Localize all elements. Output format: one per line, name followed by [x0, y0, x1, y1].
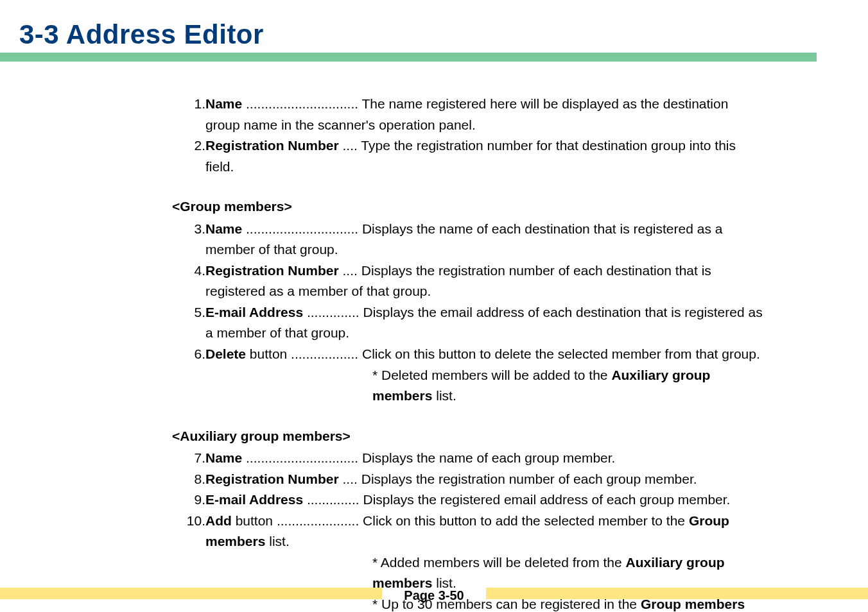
item-label: Name — [205, 221, 242, 236]
list-item: 10. Add button ...................... Cl… — [180, 511, 765, 552]
item-label: Name — [205, 450, 242, 465]
leader-dots: .............. — [303, 305, 363, 319]
item-text: E-mail Address .............. Displays t… — [205, 302, 765, 344]
list-item: 7. Name .............................. D… — [180, 448, 765, 469]
item-label-suffix: button — [232, 513, 273, 528]
list-item: 6. Delete button .................. Clic… — [180, 344, 765, 365]
item-number: 10. — [180, 511, 205, 552]
page-number: Page 3-50 — [0, 588, 868, 603]
leader-dots: .............................. — [242, 450, 362, 465]
list-item: 9. E-mail Address .............. Display… — [180, 489, 765, 511]
item-text: Delete button .................. Click o… — [205, 344, 760, 365]
item-desc: Displays the registration number of each… — [361, 472, 697, 486]
document-page: 3-3 Address Editor 1. Name .............… — [0, 0, 868, 612]
item-label: Delete — [205, 346, 246, 361]
item-number: 6. — [180, 344, 205, 365]
item-desc: Displays the name of each group member. — [362, 450, 616, 465]
section-heading-aux: <Auxiliary group members> — [172, 426, 765, 447]
item-number: 9. — [180, 489, 205, 511]
leader-dots: ...................... — [273, 513, 363, 528]
list-item: 5. E-mail Address .............. Display… — [180, 302, 765, 344]
item-number: 5. — [180, 302, 205, 344]
item-number: 7. — [180, 448, 205, 469]
item-number: 1. — [180, 94, 205, 135]
title-underline-bar — [0, 53, 817, 62]
item-text: Registration Number .... Type the regist… — [205, 135, 765, 177]
item-text: Registration Number .... Displays the re… — [205, 260, 765, 302]
list-item: 1. Name .............................. T… — [180, 94, 765, 135]
list-item: 2. Registration Number .... Type the reg… — [180, 135, 765, 177]
item-number: 3. — [180, 219, 205, 260]
item-label: Add — [205, 513, 232, 528]
note-prefix: * Added members will be deleted from the — [372, 555, 626, 570]
item-label: E-mail Address — [205, 305, 303, 319]
page-title: 3-3 Address Editor — [19, 19, 264, 50]
item-text: E-mail Address .............. Displays t… — [205, 489, 730, 511]
item-number: 8. — [180, 469, 205, 490]
item-text: Name .............................. Disp… — [205, 219, 765, 260]
item-label: Name — [205, 96, 242, 111]
leader-dots: .............. — [303, 492, 363, 507]
list-item: 4. Registration Number .... Displays the… — [180, 260, 765, 302]
item-text: Name .............................. Disp… — [205, 448, 615, 469]
item-text: Add button ...................... Click … — [205, 511, 765, 552]
content-body: 1. Name .............................. T… — [180, 94, 765, 612]
list-item: 3. Name .............................. D… — [180, 219, 765, 260]
leader-dots: .... — [339, 138, 361, 153]
list-item: 8. Registration Number .... Displays the… — [180, 469, 765, 490]
item-desc-suffix: list. — [265, 534, 289, 548]
item-desc: Displays the registered email address of… — [363, 492, 730, 507]
note-prefix: * Deleted members will be added to the — [372, 368, 611, 382]
item-label-suffix: button — [246, 346, 287, 361]
item-text: Registration Number .... Displays the re… — [205, 469, 697, 490]
item-label: E-mail Address — [205, 492, 303, 507]
item-text: Name .............................. The … — [205, 94, 765, 135]
leader-dots: .... — [339, 263, 361, 278]
leader-dots: .... — [339, 472, 361, 486]
item-number: 4. — [180, 260, 205, 302]
item-desc: Click on this button to delete the selec… — [362, 346, 760, 361]
item-label: Registration Number — [205, 263, 339, 278]
item-label: Registration Number — [205, 472, 339, 486]
note-suffix: list. — [432, 388, 456, 403]
section-heading-group: <Group members> — [172, 196, 765, 217]
leader-dots: .............................. — [242, 221, 362, 236]
item-number: 2. — [180, 135, 205, 177]
item-label: Registration Number — [205, 138, 339, 153]
item-note: * Deleted members will be added to the A… — [372, 365, 765, 407]
footer: Page 3-50 — [0, 574, 868, 612]
leader-dots: .................. — [287, 346, 362, 361]
header-row: 3-3 Address Editor — [19, 19, 817, 50]
item-desc-prefix: Click on this button to add the selected… — [363, 513, 689, 528]
leader-dots: .............................. — [242, 96, 361, 111]
